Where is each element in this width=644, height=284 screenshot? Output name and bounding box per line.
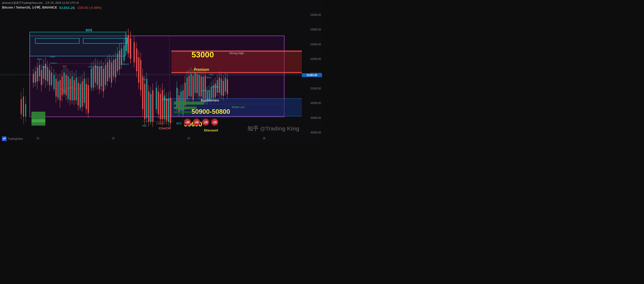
tradingview-label: TradingView [8, 137, 23, 140]
svg-text:EQH: EQH [62, 65, 67, 67]
svg-rect-188 [144, 84, 145, 119]
svg-rect-270 [205, 76, 206, 98]
svg-rect-200 [152, 90, 153, 122]
svg-rect-125 [99, 67, 100, 89]
svg-text:53000: 53000 [191, 50, 214, 59]
svg-text:Discount: Discount [204, 128, 218, 132]
svg-rect-32 [35, 71, 36, 83]
price-level-2: 53000.00 [303, 28, 321, 31]
svg-rect-252 [192, 76, 194, 100]
time-label-22: 22 [187, 137, 190, 140]
svg-rect-71 [61, 76, 63, 95]
svg-rect-104 [84, 79, 85, 103]
svg-rect-53 [49, 70, 50, 85]
time-label-15: 15 [36, 137, 39, 140]
svg-text:CHoCH: CHoCH [88, 66, 95, 68]
svg-text:CHoCH: CHoCH [156, 122, 165, 125]
svg-rect-18 [31, 119, 45, 122]
svg-text:BOS: BOS [42, 65, 47, 68]
flags-row: 🇺🇸 🇺🇸 🇺🇸 🇺🇸 [184, 119, 218, 126]
svg-rect-158 [121, 49, 122, 65]
time-axis: 15 19 22 26 [0, 134, 302, 142]
svg-text:Weak Low: Weak Low [232, 105, 245, 109]
svg-text:EQL: EQL [142, 124, 147, 127]
svg-rect-50 [47, 67, 48, 81]
tv-icon [2, 136, 7, 141]
tradingview-logo: TradingView [2, 136, 23, 141]
svg-rect-137 [107, 62, 108, 81]
svg-rect-246 [188, 76, 190, 96]
svg-rect-167 [127, 35, 129, 53]
current-price: 51493.26 [59, 6, 75, 10]
svg-rect-225 [170, 98, 171, 123]
svg-text:EQH: EQH [209, 73, 214, 76]
header-info: Bitcoin / TetherUS, 1小时, BINANCE 51493.2… [2, 5, 320, 10]
svg-rect-291 [219, 78, 220, 93]
svg-rect-44 [43, 66, 44, 79]
svg-text:Premium: Premium [194, 67, 209, 72]
svg-rect-56 [51, 73, 52, 85]
svg-rect-113 [91, 69, 92, 88]
chart-svg: BOS BOS BOS CHoCH CHoC CHoCH CHoCH CHoCH… [0, 13, 302, 134]
svg-rect-17 [31, 112, 45, 126]
svg-rect-182 [140, 60, 141, 90]
svg-rect-143 [111, 62, 112, 83]
time-label-19: 19 [112, 137, 115, 140]
svg-rect-209 [160, 94, 161, 119]
svg-rect-279 [211, 87, 212, 98]
svg-text:CHoCH: CHoCH [121, 63, 129, 65]
svg-rect-98 [80, 84, 81, 108]
svg-rect-173 [134, 42, 135, 62]
price-level-8: 50000.00 [303, 117, 321, 119]
svg-rect-191 [146, 80, 147, 118]
svg-text:CHoC: CHoC [162, 98, 170, 101]
svg-rect-23 [23, 96, 24, 117]
svg-rect-95 [78, 83, 79, 105]
svg-rect-140 [109, 60, 110, 78]
price-level-1: 53500.00 [303, 14, 321, 16]
svg-text:BOS: BOS [207, 76, 211, 79]
svg-rect-218 [166, 99, 167, 120]
svg-text:CHoCH: CHoCH [50, 62, 57, 64]
chart-area: BOS BOS BOS CHoCH CHoC CHoCH CHoCH CHoCH… [0, 13, 302, 134]
svg-rect-297 [223, 81, 224, 96]
svg-rect-267 [203, 77, 204, 98]
svg-rect-185 [142, 76, 143, 109]
symbol-info: Bitcoin / TetherUS, 1小时, BINANCE [2, 5, 57, 10]
svg-rect-212 [162, 90, 163, 119]
price-level-9: 49500.00 [303, 131, 321, 134]
svg-rect-155 [119, 51, 120, 69]
svg-text:EQH5: EQH5 [142, 78, 148, 81]
svg-text:CHoCH: CHoCH [96, 66, 103, 68]
svg-rect-206 [158, 91, 159, 114]
svg-rect-308 [174, 111, 191, 113]
svg-rect-255 [195, 73, 196, 93]
header-meta: pfseven1发表于TradingView.com，2月 26, 2024 1… [2, 1, 320, 5]
svg-rect-128 [101, 66, 102, 86]
chart-container: pfseven1发表于TradingView.com，2月 26, 2024 1… [0, 0, 322, 142]
price-change: -235.60 (-0.46%) [77, 6, 102, 10]
last-price-box: 51493.25 [302, 73, 322, 77]
price-level-6: 51000.00 [303, 87, 321, 90]
svg-rect-29 [33, 74, 34, 83]
svg-rect-35 [37, 67, 38, 81]
svg-rect-65 [57, 81, 59, 98]
svg-rect-107 [86, 84, 87, 109]
flag-icon-4: 🇺🇸 [211, 119, 218, 126]
svg-rect-249 [190, 74, 192, 96]
svg-rect-12 [30, 32, 125, 56]
svg-rect-194 [148, 91, 149, 122]
svg-rect-170 [130, 38, 131, 58]
svg-rect-26 [25, 104, 26, 117]
svg-rect-258 [197, 74, 198, 93]
svg-rect-261 [199, 75, 200, 96]
svg-rect-176 [136, 49, 137, 71]
svg-text:CH6CH: CH6CH [68, 87, 75, 89]
chart-header: pfseven1发表于TradingView.com，2月 26, 2024 1… [0, 0, 322, 11]
time-label-26: 26 [263, 137, 266, 140]
flag-icon-2: 🇺🇸 [193, 119, 200, 126]
price-level-3: 52500.00 [303, 43, 321, 46]
svg-rect-152 [117, 54, 118, 71]
svg-text:BOS: BOS [176, 122, 182, 125]
svg-rect-146 [113, 60, 114, 76]
